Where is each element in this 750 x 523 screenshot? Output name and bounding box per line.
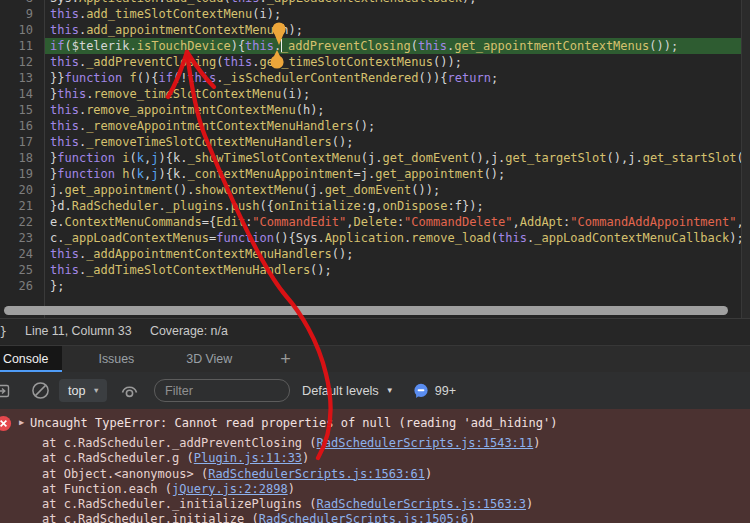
code-line[interactable]: 15this.remove_appointmentContextMenu(h); [0, 102, 750, 118]
source-editor[interactable]: 8Sys.Application.add_load(this._appLoadC… [0, 0, 750, 318]
line-number[interactable]: 23 [0, 230, 33, 246]
stack-frame-text: ) [425, 467, 432, 481]
stack-frame-text: at c.RadScheduler.initialize ( [42, 512, 259, 523]
code-text[interactable]: this.add_timeSlotContextMenu(i); [45, 6, 750, 22]
code-line[interactable]: 11if($telerik.isTouchDevice){this._addPr… [0, 38, 750, 54]
code-text[interactable]: }; [45, 278, 750, 294]
line-number[interactable]: 24 [0, 246, 33, 262]
line-number[interactable]: 19 [0, 166, 33, 182]
code-line[interactable]: 14}this.remove_timeSlotContextMenu(i); [0, 86, 750, 102]
chevron-down-icon: ▼ [386, 386, 394, 395]
code-line[interactable]: 24this._addAppointmentContextMenuHandler… [0, 246, 750, 262]
line-number[interactable]: 17 [0, 134, 33, 150]
error-message-text: Uncaught TypeError: Cannot read properti… [30, 415, 557, 431]
line-number[interactable]: 16 [0, 118, 33, 134]
code-text[interactable]: this.remove_appointmentContextMenu(h); [45, 102, 750, 118]
devtools-window: 8Sys.Application.add_load(this._appLoadC… [0, 0, 750, 523]
stack-frame-text: ) [468, 512, 475, 523]
code-text[interactable]: if($telerik.isTouchDevice){this._addPrev… [45, 38, 750, 54]
code-text[interactable]: }}function f(){if(!this._isSchedulerCont… [45, 70, 750, 86]
code-line[interactable]: 9this.add_timeSlotContextMenu(i); [0, 6, 750, 22]
code-text[interactable]: j.get_appointment().showContextMenu(j.ge… [45, 182, 750, 198]
source-location-link[interactable]: RadSchedulerScripts.js:1563:3 [317, 497, 527, 511]
line-number[interactable]: 9 [0, 6, 33, 22]
code-line[interactable]: 16this._removeAppointmentContextMenuHand… [0, 118, 750, 134]
code-line[interactable]: 25this._addTimeSlotContextMenuHandlers()… [0, 262, 750, 278]
line-number[interactable]: 25 [0, 262, 33, 278]
editor-scrollbar-track[interactable] [741, 0, 750, 318]
chevron-down-icon: ▼ [93, 386, 100, 395]
stack-frame-text: at Function.each ( [42, 482, 172, 496]
code-text[interactable]: this.add_appointmentContextMenu(h); [45, 22, 750, 38]
cursor-position-label: Line 11, Column 33 [25, 319, 132, 344]
code-line[interactable]: 20j.get_appointment().showContextMenu(j.… [0, 182, 750, 198]
code-line[interactable]: 23c._appLoadContextMenus=function(){Sys.… [0, 230, 750, 246]
horizontal-scrollbar-thumb[interactable] [4, 306, 728, 315]
code-text[interactable]: this._addAppointmentContextMenuHandlers(… [45, 246, 750, 262]
javascript-context-selector[interactable]: top ▼ [59, 379, 107, 402]
console-sidebar-icon[interactable] [0, 383, 10, 399]
code-text[interactable]: c._appLoadContextMenus=function(){Sys.Ap… [45, 230, 750, 246]
stack-frame-text: ) [533, 436, 540, 450]
code-line[interactable]: 26}; [0, 278, 750, 294]
source-location-link[interactable]: Plugin.js:11:33 [194, 451, 302, 465]
code-line[interactable]: 21}d.RadScheduler._plugins.push({onIniti… [0, 198, 750, 214]
issues-counter[interactable]: 99+ [413, 383, 456, 399]
log-levels-dropdown[interactable]: Default levels ▼ [302, 383, 394, 398]
line-number[interactable]: 26 [0, 278, 33, 294]
code-text[interactable]: }function i(k,j){k._showTimeSlotContextM… [45, 150, 750, 166]
code-line[interactable]: 12this._addPreventClosing(this.get_timeS… [0, 54, 750, 70]
line-number[interactable]: 10 [0, 22, 33, 38]
code-text[interactable]: e.ContextMenuCommands={Edit:"CommandEdit… [45, 214, 750, 230]
code-text[interactable]: }this.remove_timeSlotContextMenu(i); [45, 86, 750, 102]
stack-frame-text: ) [526, 497, 533, 511]
stack-frame-text: ) [288, 482, 295, 496]
line-number[interactable]: 22 [0, 214, 33, 230]
tab-issues[interactable]: Issues [84, 346, 148, 372]
line-number[interactable]: 13 [0, 70, 33, 86]
error-icon [0, 415, 12, 432]
live-expression-eye-icon[interactable] [119, 382, 141, 400]
line-number[interactable]: 20 [0, 182, 33, 198]
code-line[interactable]: 17this._removeTimeSlotContextMenuHandler… [0, 134, 750, 150]
source-location-link[interactable]: jQuery.js:2:2898 [172, 482, 288, 496]
code-text[interactable]: this._removeTimeSlotContextMenuHandlers(… [45, 134, 750, 150]
tab-console[interactable]: Console [0, 346, 62, 372]
code-line[interactable]: 13}}function f(){if(!this._isSchedulerCo… [0, 70, 750, 86]
code-lines: 8Sys.Application.add_load(this._appLoadC… [0, 0, 750, 294]
line-number[interactable]: 12 [0, 54, 33, 70]
pretty-print-button[interactable]: {} [0, 319, 10, 344]
line-number[interactable]: 14 [0, 86, 33, 102]
more-tabs-button[interactable]: + [270, 346, 301, 372]
stack-frame-text: at c.RadScheduler.g ( [42, 451, 194, 465]
source-location-link[interactable]: RadSchedulerScripts.js:1543:11 [317, 436, 534, 450]
expand-stack-icon[interactable]: ▶ [19, 417, 24, 427]
code-line[interactable]: 18}function i(k,j){k._showTimeSlotContex… [0, 150, 750, 166]
tab-3d-view[interactable]: 3D View [172, 346, 246, 372]
console-toolbar: top ▼ Default levels ▼ 99+ [0, 372, 750, 409]
source-location-link[interactable]: RadSchedulerScripts.js:1505:6 [259, 512, 469, 523]
line-number[interactable]: 15 [0, 102, 33, 118]
code-line[interactable]: 19}function h(k,j){k._contextMenuAppoint… [0, 166, 750, 182]
line-number[interactable]: 11 [0, 38, 33, 54]
drawer-tab-bar: Console Issues 3D View + [0, 345, 750, 372]
filter-input[interactable] [154, 379, 290, 402]
issues-bubble-icon [413, 383, 429, 399]
code-line[interactable]: 22e.ContextMenuCommands={Edit:"CommandEd… [0, 214, 750, 230]
line-number[interactable]: 18 [0, 150, 33, 166]
gutter-divider [44, 0, 45, 318]
code-text[interactable]: }function h(k,j){k._contextMenuAppointme… [45, 166, 750, 182]
stack-frame-text: at c.RadScheduler._initializePlugins ( [42, 497, 317, 511]
line-number[interactable]: 21 [0, 198, 33, 214]
console-error-message: ▶ Uncaught TypeError: Cannot read proper… [0, 409, 750, 523]
code-text[interactable]: }d.RadScheduler._plugins.push({onInitial… [45, 198, 750, 214]
source-location-link[interactable]: RadSchedulerScripts.js:1563:61 [208, 467, 425, 481]
code-text[interactable]: this._addPreventClosing(this.get_timeSlo… [45, 54, 750, 70]
code-text[interactable]: this._addTimeSlotContextMenuHandlers(); [45, 262, 750, 278]
code-text[interactable]: this._removeAppointmentContextMenuHandle… [45, 118, 750, 134]
editor-status-bar: {} Line 11, Column 33 Coverage: n/a [0, 318, 750, 344]
stack-frame-text: at c.RadScheduler._addPreventClosing ( [42, 436, 317, 450]
code-line[interactable]: 10this.add_appointmentContextMenu(h); [0, 22, 750, 38]
stack-frame-text: ) [302, 451, 309, 465]
clear-console-icon[interactable] [30, 381, 50, 400]
